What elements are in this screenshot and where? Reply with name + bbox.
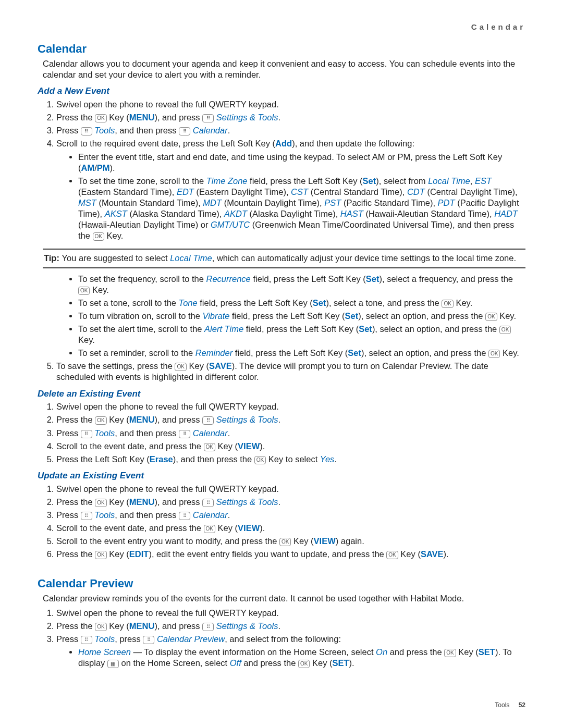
add-bullet-alert: To set the alert time, scroll to the Ale… — [78, 324, 525, 346]
footer-page-number: 52 — [519, 701, 525, 709]
update-step-5: Scroll to the event entry you want to mo… — [56, 536, 525, 547]
add-bullets: Enter the event title, start and end dat… — [70, 152, 525, 242]
manual-page: Calendar Calendar Calendar allows you to… — [0, 0, 563, 728]
tip-label: Tip: — [44, 253, 62, 263]
ok-key-icon: OK — [386, 551, 398, 559]
section-preview-title: Calendar Preview — [38, 576, 525, 591]
add-bullet-reminder: To set a reminder, scroll to the Reminde… — [78, 348, 525, 359]
delete-step-5: Press the Left Soft Key (Erase), and the… — [56, 454, 525, 465]
breadcrumb: Calendar — [471, 22, 525, 32]
tip-block: Tip: You are suggested to select Local T… — [43, 249, 525, 268]
num-key-icon: ⠿ — [179, 430, 190, 438]
add-bullets-continued: To set the frequency, scroll to the Recu… — [70, 274, 525, 359]
add-bullet-timezone: To set the time zone, scroll to the Time… — [78, 176, 525, 242]
num-key-icon: ⠿ — [81, 512, 92, 520]
num-key-icon: ⠿ — [143, 636, 154, 644]
ok-key-icon: OK — [95, 416, 106, 425]
add-step-2: Press the OK Key (MENU), and press ⠿ Set… — [56, 112, 525, 123]
update-step-4: Scroll to the event date, and press the … — [56, 523, 525, 534]
add-bullet-vibrate: To turn vibration on, scroll to the Vibr… — [78, 311, 525, 322]
update-step-6: Press the OK Key (EDIT), edit the event … — [56, 549, 525, 560]
add-steps: Swivel open the phone to reveal the full… — [43, 99, 525, 241]
ok-key-icon: OK — [95, 114, 106, 122]
ok-key-icon: OK — [95, 623, 106, 631]
num-key-icon: ⠿ — [81, 636, 92, 644]
add-bullet-tone: To set a tone, scroll to the Tone field,… — [78, 298, 525, 309]
ok-key-icon: OK — [444, 649, 456, 657]
section-calendar-intro: Calendar allows you to document your age… — [43, 58, 525, 80]
preview-bullet-home: Home Screen — To display the event infor… — [78, 647, 525, 669]
ok-key-icon: OK — [95, 499, 106, 507]
num-key-icon: ⠿ — [202, 499, 214, 507]
delete-steps: Swivel open the phone to reveal the full… — [43, 401, 525, 465]
ok-key-icon: OK — [442, 300, 453, 308]
delete-step-1: Swivel open the phone to reveal the full… — [56, 401, 525, 412]
add-bullet-recurrence: To set the frequency, scroll to the Recu… — [78, 274, 525, 295]
section-preview-intro: Calendar preview reminds you of the even… — [43, 593, 525, 604]
num-key-icon: ⠿ — [202, 623, 214, 631]
delete-step-3: Press ⠿ Tools, and then press ⠿ Calendar… — [56, 428, 525, 439]
ok-key-icon: OK — [488, 350, 500, 358]
preview-steps: Swivel open the phone to reveal the full… — [43, 608, 525, 669]
num-key-icon: ⠿ — [202, 416, 214, 425]
update-step-3: Press ⠿ Tools, and then press ⠿ Calendar… — [56, 510, 525, 521]
ok-key-icon: OK — [93, 232, 104, 241]
ok-key-icon: OK — [175, 363, 186, 371]
preview-step-3: Press ⠿ Tools, press ⠿ Calendar Preview,… — [56, 634, 525, 669]
preview-step-1: Swivel open the phone to reveal the full… — [56, 608, 525, 619]
ok-key-icon: OK — [78, 287, 90, 295]
ok-key-icon: OK — [204, 443, 215, 451]
ok-key-icon: OK — [95, 551, 106, 559]
delete-step-4: Scroll to the event date, and press the … — [56, 441, 525, 452]
update-steps: Swivel open the phone to reveal the full… — [43, 484, 525, 560]
add-bullet-title: Enter the event title, start and end dat… — [78, 152, 525, 174]
ok-key-icon: OK — [485, 313, 497, 321]
ok-key-icon: OK — [279, 538, 291, 546]
ok-key-icon: OK — [298, 660, 310, 668]
preview-bullets: Home Screen — To display the event infor… — [70, 647, 525, 669]
ok-key-icon: OK — [254, 456, 266, 464]
num-key-icon: ⠿ — [202, 114, 214, 122]
update-step-2: Press the OK Key (MENU), and press ⠿ Set… — [56, 497, 525, 508]
add-step-5: To save the settings, press the OK Key (… — [56, 361, 525, 382]
num-key-icon: ⠿ — [179, 512, 190, 520]
update-step-1: Swivel open the phone to reveal the full… — [56, 484, 525, 495]
preview-step-2: Press the OK Key (MENU), and press ⠿ Set… — [56, 621, 525, 632]
ok-key-icon: OK — [499, 326, 511, 334]
add-step-4: Scroll to the required event date, press… — [56, 138, 525, 241]
calendar-icon: ▦ — [107, 660, 119, 668]
delete-step-2: Press the OK Key (MENU), and press ⠿ Set… — [56, 414, 525, 425]
subsection-delete-title: Delete an Existing Event — [38, 388, 525, 400]
num-key-icon: ⠿ — [81, 127, 92, 135]
add-steps-continued: To save the settings, press the OK Key (… — [43, 361, 525, 382]
num-key-icon: ⠿ — [179, 127, 190, 135]
subsection-update-title: Update an Existing Event — [38, 470, 525, 482]
page-footer: Tools 52 — [495, 701, 525, 709]
add-step-1: Swivel open the phone to reveal the full… — [56, 99, 525, 110]
footer-section: Tools — [495, 701, 509, 709]
add-step-3: Press ⠿ Tools, and then press ⠿ Calendar… — [56, 125, 525, 136]
num-key-icon: ⠿ — [81, 430, 92, 438]
subsection-add-title: Add a New Event — [38, 85, 525, 97]
section-calendar-title: Calendar — [38, 42, 525, 56]
ok-key-icon: OK — [204, 525, 215, 533]
